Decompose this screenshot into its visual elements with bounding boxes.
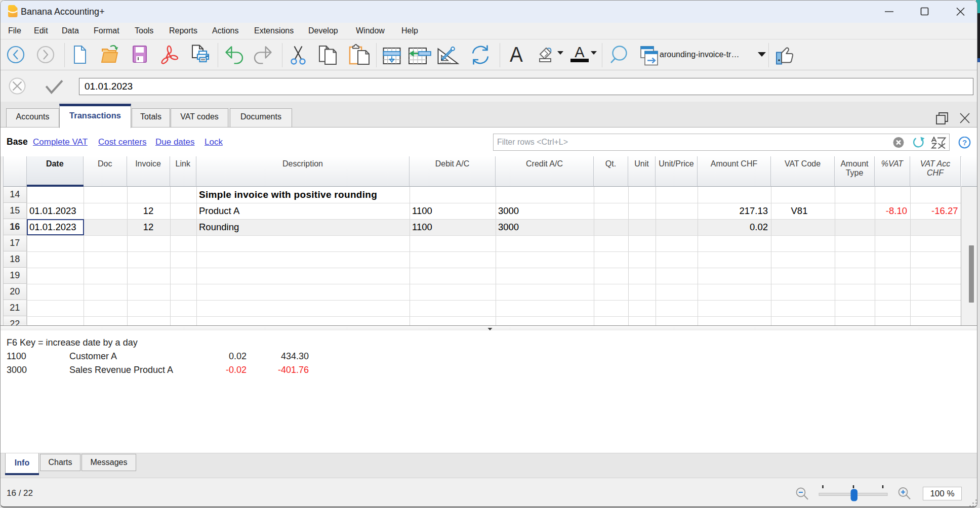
svg-text:?: ? <box>962 138 967 147</box>
